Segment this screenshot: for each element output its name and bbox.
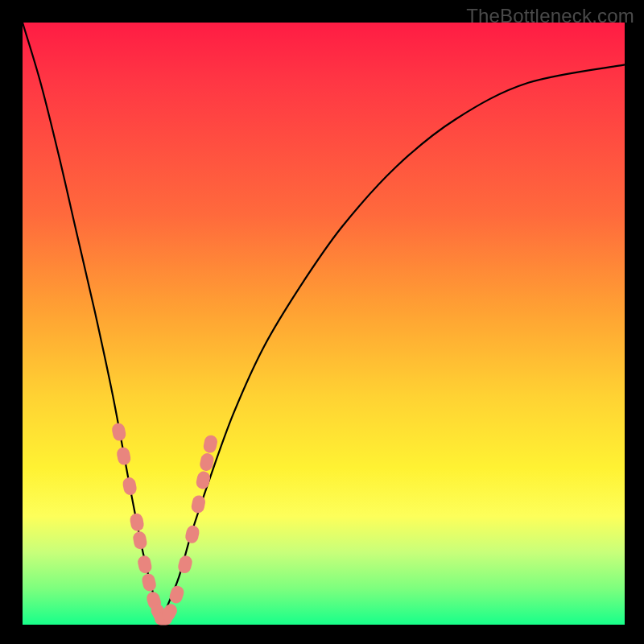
marker-point	[111, 422, 127, 442]
marker-point	[132, 530, 148, 551]
marker-point	[202, 434, 218, 454]
watermark-text: TheBottleneck.com	[466, 5, 634, 27]
marker-point	[129, 513, 145, 533]
marker-point	[141, 572, 158, 592]
marker-point	[176, 555, 193, 575]
marker-point	[195, 470, 211, 490]
marker-point	[167, 584, 185, 605]
markers-group	[111, 422, 219, 625]
chart-svg	[23, 23, 625, 625]
marker-point	[137, 555, 153, 575]
bottleneck-curve	[23, 23, 625, 619]
marker-point	[122, 477, 138, 497]
marker-point	[116, 446, 132, 466]
chart-frame: TheBottleneck.com	[0, 0, 644, 644]
marker-point	[184, 524, 200, 544]
plot-area	[23, 23, 625, 625]
